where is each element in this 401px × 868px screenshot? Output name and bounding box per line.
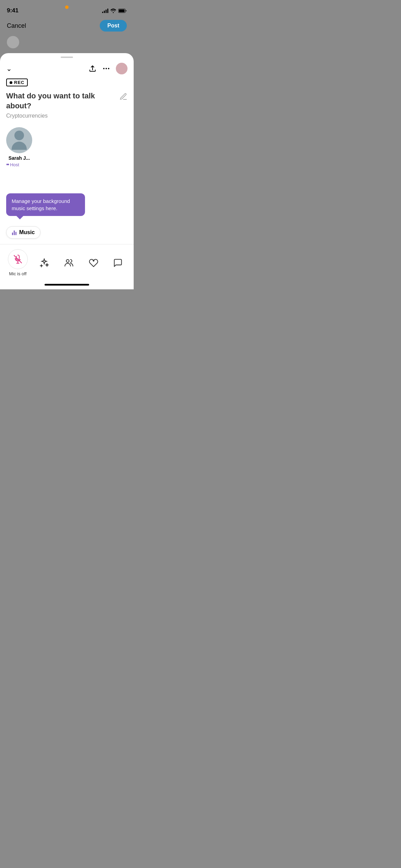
background-avatar — [7, 36, 19, 48]
room-subtitle: Cryptocurrencies — [0, 112, 134, 124]
tooltip-text: Manage your background music settings he… — [12, 198, 70, 211]
host-avatar-wrap[interactable]: Sarah J... •• Host — [6, 127, 32, 168]
effects-icon — [39, 258, 49, 268]
sheet-header: ⌄ — [0, 58, 134, 77]
home-indicator — [0, 280, 134, 289]
mic-button-wrap: Mic is off — [8, 249, 28, 276]
host-name: Sarah J... — [6, 155, 32, 161]
cancel-button[interactable]: Cancel — [7, 22, 26, 29]
battery-icon — [118, 9, 127, 13]
host-role-label: Host — [10, 162, 19, 167]
tooltip-wrap: Manage your background music settings he… — [0, 193, 134, 219]
mic-button[interactable] — [8, 249, 28, 269]
follow-icon — [89, 258, 98, 268]
rec-dot — [10, 81, 12, 84]
svg-rect-1 — [119, 9, 125, 12]
music-bars-icon — [12, 230, 16, 235]
listeners-icon — [64, 258, 74, 268]
room-title-area: What do you want to talk about? — [0, 90, 134, 112]
follow-button[interactable] — [86, 255, 101, 271]
avatar-head — [14, 131, 24, 140]
bottom-toolbar: Mic is off — [0, 244, 134, 280]
music-button-wrap: Music — [0, 219, 134, 244]
mic-status-label: Mic is off — [9, 271, 26, 276]
host-role-dots: •• — [6, 161, 9, 168]
post-button[interactable]: Post — [100, 20, 127, 32]
svg-point-3 — [103, 68, 105, 69]
wifi-icon — [110, 9, 116, 13]
music-label: Music — [19, 229, 35, 236]
recording-indicator — [65, 5, 69, 9]
mic-off-icon — [13, 255, 22, 264]
chat-icon — [113, 258, 123, 268]
svg-point-4 — [106, 68, 107, 69]
live-room-sheet: ⌄ REC What do you want to talk about? C — [0, 53, 134, 289]
chat-button[interactable] — [110, 255, 126, 271]
effects-button[interactable] — [36, 255, 52, 271]
avatar-body — [12, 142, 27, 150]
home-bar — [45, 284, 89, 286]
more-options-icon[interactable] — [102, 64, 110, 73]
background-nav: Cancel Post — [0, 16, 134, 35]
status-icons — [102, 8, 127, 13]
room-title: What do you want to talk about? — [6, 91, 119, 111]
svg-point-9 — [66, 260, 69, 262]
rec-badge: REC — [6, 79, 28, 86]
svg-point-5 — [108, 68, 109, 69]
avatar-figure — [12, 131, 27, 150]
host-role: •• Host — [6, 161, 32, 168]
chevron-down-icon[interactable]: ⌄ — [6, 64, 12, 73]
music-tooltip: Manage your background music settings he… — [6, 193, 85, 216]
host-area: Sarah J... •• Host — [0, 124, 134, 171]
listeners-button[interactable] — [61, 255, 77, 271]
user-avatar-header[interactable] — [116, 63, 127, 74]
share-icon[interactable] — [88, 64, 97, 73]
signal-icon — [102, 8, 108, 13]
host-avatar — [6, 127, 32, 153]
rec-label: REC — [14, 80, 24, 85]
header-actions — [88, 63, 127, 74]
music-button[interactable]: Music — [6, 226, 40, 239]
status-time: 9:41 — [7, 7, 19, 14]
edit-title-icon[interactable] — [119, 93, 127, 101]
